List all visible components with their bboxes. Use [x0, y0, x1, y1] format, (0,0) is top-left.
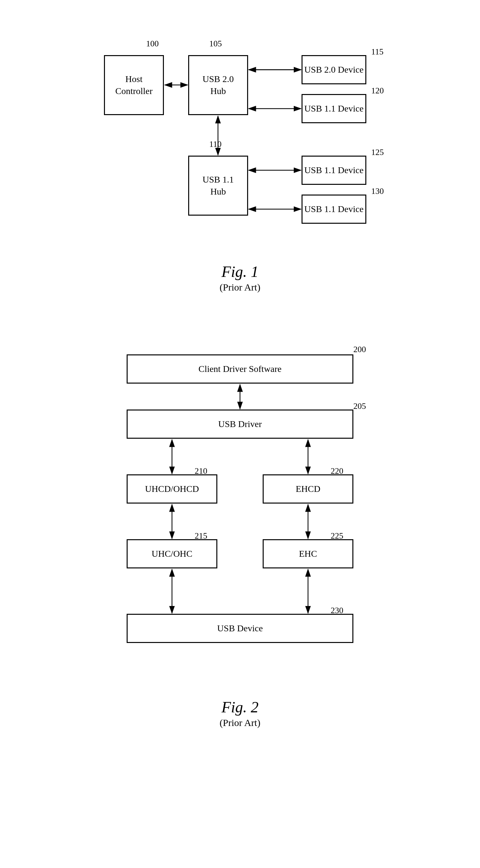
- ref-115: 115: [371, 47, 383, 57]
- client-driver-label: Client Driver Software: [199, 363, 282, 375]
- usb11device-120-label: USB 1.1 Device: [304, 103, 364, 115]
- usb11device-125-label: USB 1.1 Device: [304, 164, 364, 176]
- usb-driver-label: USB Driver: [218, 418, 262, 430]
- ref-200: 200: [353, 345, 366, 354]
- ehc-box: EHC: [263, 539, 353, 568]
- uhc-box: UHC/OHC: [127, 539, 217, 568]
- usb11device-130-box: USB 1.1 Device: [302, 194, 366, 224]
- fig1-diagram: 100 105 110 115 120 125 130 HostControll…: [94, 29, 386, 256]
- ref-205: 205: [353, 401, 366, 411]
- usb20hub-box: USB 2.0Hub: [188, 55, 248, 115]
- usb11hub-box: USB 1.1Hub: [188, 156, 248, 216]
- fig2-container: 200 205 210 215 220 225 230 Client Drive…: [26, 325, 454, 728]
- usb-driver-box: USB Driver: [127, 409, 353, 439]
- usb20device-label: USB 2.0 Device: [304, 64, 364, 75]
- ehcd-label: EHCD: [296, 483, 320, 495]
- ehc-label: EHC: [299, 548, 317, 560]
- ref-125: 125: [371, 148, 384, 157]
- ehcd-box: EHCD: [263, 474, 353, 503]
- fig1-container: 100 105 110 115 120 125 130 HostControll…: [26, 20, 454, 293]
- host-controller-label: HostController: [115, 73, 152, 97]
- ref-105: 105: [209, 39, 222, 49]
- fig1-subtitle: (Prior Art): [219, 282, 261, 293]
- fig2-subtitle: (Prior Art): [219, 717, 261, 728]
- uhcd-box: UHCD/OHCD: [127, 474, 217, 503]
- usb11device-125-box: USB 1.1 Device: [302, 156, 366, 185]
- fig2-title: Fig. 2: [219, 698, 261, 716]
- fig1-caption: Fig. 1 (Prior Art): [219, 262, 261, 293]
- ref-120: 120: [371, 86, 384, 96]
- uhc-label: UHC/OHC: [151, 548, 193, 560]
- ref-130: 130: [371, 186, 384, 196]
- page: 100 105 110 115 120 125 130 HostControll…: [0, 0, 480, 748]
- usb11device-130-label: USB 1.1 Device: [304, 203, 364, 215]
- client-driver-box: Client Driver Software: [127, 354, 353, 383]
- ref-100: 100: [146, 39, 159, 49]
- fig2-caption: Fig. 2 (Prior Art): [219, 698, 261, 728]
- ref-110: 110: [209, 140, 221, 149]
- uhcd-label: UHCD/OHCD: [145, 483, 199, 495]
- usb20device-box: USB 2.0 Device: [302, 55, 366, 84]
- host-controller-box: HostController: [104, 55, 164, 115]
- fig2-diagram: 200 205 210 215 220 225 230 Client Drive…: [94, 335, 386, 692]
- usb11hub-label: USB 1.1Hub: [202, 174, 234, 197]
- usb-device-box: USB Device: [127, 614, 353, 643]
- fig1-title: Fig. 1: [219, 262, 261, 280]
- usb11device-120-box: USB 1.1 Device: [302, 94, 366, 123]
- usb-device-label: USB Device: [217, 623, 263, 634]
- usb20hub-label: USB 2.0Hub: [202, 73, 234, 97]
